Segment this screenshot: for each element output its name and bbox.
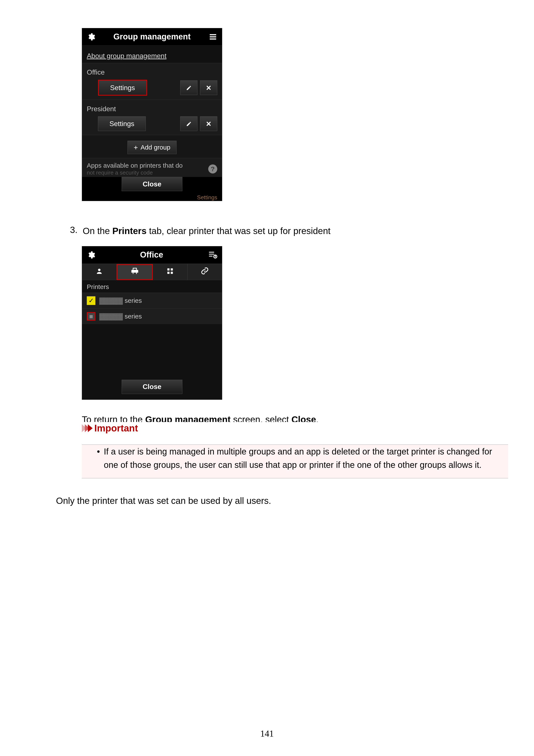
pencil-icon: [186, 83, 191, 93]
chevrons-icon: [82, 424, 91, 432]
printer-label: ▓▓▓▓▓ series: [99, 313, 142, 320]
pencil-icon: [186, 119, 191, 129]
plus-icon: +: [134, 143, 138, 152]
printer-series: series: [125, 297, 142, 304]
tab-apps[interactable]: [153, 264, 188, 280]
apps-available-row: Apps available on printers that do not r…: [82, 158, 222, 177]
add-group-row: + Add group: [82, 135, 222, 158]
tab-printers[interactable]: [117, 264, 153, 280]
phone-header: Office: [82, 246, 222, 264]
important-body: • If a user is being managed in multiple…: [82, 445, 508, 478]
tab-users[interactable]: [82, 264, 117, 280]
svg-point-9: [98, 269, 100, 271]
edit-button[interactable]: [180, 80, 197, 95]
final-line: Only the printer that was set can be use…: [56, 496, 530, 506]
printer-model-blurred: ▓▓▓▓▓: [99, 313, 123, 320]
hamburger-icon[interactable]: [209, 33, 217, 41]
group-name: Office: [82, 67, 222, 80]
delete-button[interactable]: ×: [200, 80, 217, 95]
settings-button[interactable]: Settings: [98, 80, 147, 96]
tab-bar: [82, 264, 222, 280]
gear-icon[interactable]: [87, 251, 95, 259]
bullet-dot: •: [97, 445, 100, 472]
apps-available-text: Apps available on printers that do not r…: [87, 162, 183, 176]
close-icon: ×: [206, 83, 211, 93]
close-icon: ×: [206, 119, 211, 129]
user-icon: [96, 267, 103, 277]
add-group-button[interactable]: + Add group: [127, 141, 177, 154]
printers-section-label: Printers: [82, 280, 222, 293]
step-number: 3.: [67, 225, 78, 237]
empty-space: [82, 324, 222, 376]
phone-title: Group management: [95, 32, 209, 41]
important-text: If a user is being managed in multiple g…: [104, 445, 502, 472]
close-button[interactable]: Close: [122, 177, 182, 191]
help-icon[interactable]: ?: [208, 164, 217, 174]
apps-icon: [166, 267, 174, 277]
edit-button[interactable]: [180, 116, 197, 131]
checkbox-checked-icon[interactable]: ✓: [87, 296, 95, 305]
apps-line2: not require a security code: [87, 169, 183, 176]
page-number: 141: [0, 728, 534, 739]
printer-label: ▓▓▓▓▓ series: [99, 297, 142, 304]
phone-title: Office: [95, 250, 208, 259]
text: tab, clear printer that was set up for p…: [147, 226, 331, 236]
svg-rect-12: [167, 272, 169, 274]
important-title: Important: [94, 423, 138, 434]
important-bullet: • If a user is being managed in multiple…: [97, 445, 502, 472]
checkbox-unchecked-icon[interactable]: ■: [87, 312, 95, 321]
printer-row[interactable]: ■ ▓▓▓▓▓ series: [82, 309, 222, 324]
group-name: President: [82, 104, 222, 116]
text-bold: Printers: [113, 226, 147, 236]
group-block-president: President Settings ×: [82, 99, 222, 135]
group-block-office: Office Settings ×: [82, 63, 222, 99]
screenshot-group-management: Group management About group management …: [82, 28, 222, 201]
important-box: • If a user is being managed in multiple…: [82, 445, 508, 478]
step-3: 3. On the Printers tab, clear printer th…: [67, 225, 530, 237]
settings-button[interactable]: Settings: [98, 116, 146, 131]
svg-point-8: [215, 255, 216, 256]
about-group-management-link[interactable]: About group management: [82, 45, 222, 63]
phone-header: Group management: [82, 28, 222, 45]
delete-button[interactable]: ×: [200, 116, 217, 131]
important-header: Important: [82, 422, 530, 436]
group-row: Settings ×: [82, 80, 222, 96]
svg-rect-11: [171, 269, 173, 271]
text: On the: [83, 226, 113, 236]
add-group-label: Add group: [140, 144, 170, 151]
printer-icon: [131, 267, 139, 277]
printer-model-blurred: ▓▓▓▓▓: [99, 297, 123, 304]
step-body: On the Printers tab, clear printer that …: [83, 225, 331, 237]
ghost-settings-text: Settings: [82, 194, 222, 201]
list-info-icon[interactable]: [208, 250, 217, 260]
close-row: Close: [82, 376, 222, 399]
link-icon: [201, 267, 209, 277]
svg-rect-10: [167, 269, 169, 271]
close-button[interactable]: Close: [122, 380, 182, 394]
apps-line1: Apps available on printers that do: [87, 162, 183, 169]
close-row: Close: [82, 177, 222, 196]
printer-series: series: [125, 313, 142, 320]
gear-icon[interactable]: [87, 33, 95, 41]
tab-web[interactable]: [188, 264, 222, 280]
printer-row[interactable]: ✓ ▓▓▓▓▓ series: [82, 293, 222, 309]
screenshot-office-printers: Office: [82, 246, 222, 400]
group-row: Settings ×: [82, 116, 222, 131]
svg-rect-13: [171, 272, 173, 274]
